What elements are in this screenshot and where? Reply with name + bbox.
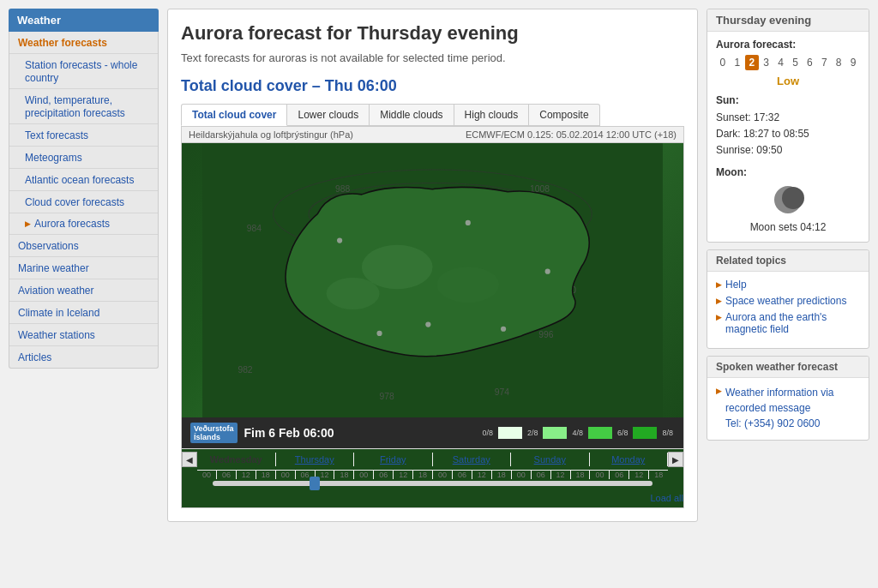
svg-text:978: 978	[380, 392, 394, 401]
sidebar-link-climate[interactable]: Climate in Iceland	[18, 307, 99, 319]
svg-text:984: 984	[247, 224, 262, 233]
scale-block-4	[588, 427, 612, 439]
day-nav-row: ◀ Wednesday Thursday Friday Saturday Sun…	[182, 448, 683, 470]
timeline-label: Fim 6 Feb 06:00	[244, 426, 334, 440]
day-sunday[interactable]: Sunday	[511, 453, 590, 466]
related-topics-box: Related topics Help Space weather predic…	[707, 249, 869, 349]
period-info-box: Thursday evening Aurora forecast: 0 1 2 …	[707, 9, 869, 243]
sidebar-item-observations[interactable]: Observations	[9, 235, 158, 257]
related-title: Related topics	[707, 250, 869, 272]
sun-sunrise: Sunrise: 09:50	[716, 142, 860, 159]
sidebar-item-climate[interactable]: Climate in Iceland	[9, 302, 158, 324]
load-all-row: Load all	[182, 488, 683, 507]
hour-12-1: 12	[237, 471, 256, 479]
aurora-num-6: 6	[803, 55, 816, 70]
day-friday[interactable]: Friday	[354, 453, 433, 466]
sidebar-item-text-forecasts[interactable]: Text forecasts	[9, 124, 158, 147]
svg-point-12	[437, 267, 499, 303]
hour-18-2: 18	[334, 471, 354, 479]
sidebar-link-cloud-cover[interactable]: Cloud cover forecasts	[25, 196, 124, 208]
hour-06-5: 06	[532, 471, 551, 479]
sidebar-link-articles[interactable]: Articles	[18, 351, 51, 363]
hour-00-6: 00	[590, 471, 610, 479]
load-all-link[interactable]: Load all	[650, 493, 683, 503]
logo-box: VeðurstofaÍslands	[190, 423, 238, 443]
day-thursday[interactable]: Thursday	[276, 453, 355, 466]
day-saturday[interactable]: Saturday	[433, 453, 512, 466]
right-panel: Thursday evening Aurora forecast: 0 1 2 …	[707, 9, 869, 522]
hour-18-5: 18	[571, 471, 591, 479]
sidebar-nav: Weather forecasts Station forecasts - wh…	[9, 32, 159, 369]
related-space-link[interactable]: Space weather predictions	[725, 295, 846, 307]
sidebar-link-marine[interactable]: Marine weather	[18, 262, 89, 274]
sidebar-link-weather-forecasts[interactable]: Weather forecasts	[18, 37, 107, 49]
sidebar-item-cloud-cover[interactable]: Cloud cover forecasts	[9, 191, 158, 213]
sidebar-link-aurora[interactable]: Aurora forecasts	[34, 218, 110, 230]
scale-label-8: 8/8	[660, 429, 675, 437]
related-aurora-link[interactable]: Aurora and the earth's magnetic field	[725, 311, 860, 335]
sidebar-item-weather-stations[interactable]: Weather stations	[9, 324, 158, 346]
sidebar-link-wind[interactable]: Wind, temperature, precipitation forecas…	[25, 94, 125, 119]
sidebar-item-meteograms[interactable]: Meteograms	[9, 147, 158, 169]
sidebar-link-station[interactable]: Station forecasts - whole country	[25, 59, 137, 84]
sidebar-link-text[interactable]: Text forecasts	[25, 129, 88, 141]
spoken-title: Spoken weather forecast	[707, 357, 869, 378]
hour-18-4: 18	[492, 471, 512, 479]
sidebar-item-aviation[interactable]: Aviation weather	[9, 279, 158, 302]
related-space-weather[interactable]: Space weather predictions	[716, 295, 860, 307]
hour-06-3: 06	[374, 471, 394, 479]
svg-point-13	[327, 278, 380, 309]
svg-text:988: 988	[335, 184, 350, 194]
sidebar-link-observations[interactable]: Observations	[18, 240, 79, 252]
hour-00-1: 00	[197, 471, 217, 479]
hour-18-6: 18	[649, 471, 668, 479]
sun-sunset: Sunset: 17:32	[716, 110, 860, 126]
spoken-link[interactable]: Weather information via recorded message…	[725, 385, 860, 431]
sidebar-item-atlantic[interactable]: Atlantic ocean forecasts	[9, 169, 158, 191]
tab-high-clouds[interactable]: High clouds	[454, 104, 530, 126]
sidebar-item-station-forecasts[interactable]: Station forecasts - whole country	[9, 54, 158, 89]
related-help[interactable]: Help	[716, 279, 860, 291]
timeline-slider-row	[182, 479, 683, 488]
svg-point-17	[466, 220, 471, 225]
sidebar-link-meteograms[interactable]: Meteograms	[25, 152, 82, 164]
sidebar-item-weather-forecasts[interactable]: Weather forecasts	[9, 32, 158, 54]
aurora-num-2: 2	[745, 55, 759, 70]
spoken-item[interactable]: Weather information via recorded message…	[716, 385, 860, 431]
slider-thumb[interactable]	[310, 477, 320, 490]
nav-next-arrow[interactable]: ▶	[668, 452, 683, 467]
tab-middle-clouds[interactable]: Middle clouds	[370, 104, 454, 126]
aurora-num-3: 3	[760, 55, 773, 70]
timeline-bar: VeðurstofaÍslands Fim 6 Feb 06:00 0/8 2/…	[182, 417, 683, 448]
day-monday[interactable]: Monday	[590, 453, 669, 466]
tab-composite[interactable]: Composite	[529, 104, 599, 126]
nav-prev-arrow[interactable]: ◀	[182, 452, 197, 467]
hour-12-5: 12	[551, 471, 571, 479]
scale-label-4: 4/8	[570, 429, 585, 437]
sidebar-link-atlantic[interactable]: Atlantic ocean forecasts	[25, 174, 134, 186]
hour-00-4: 00	[433, 471, 453, 479]
spoken-tel: Tel: (+354) 902 0600	[725, 417, 820, 429]
map-container: Heildarskýjahula og loftþrýstingur (hPa)…	[181, 126, 684, 508]
sidebar-link-stations[interactable]: Weather stations	[18, 329, 95, 341]
sidebar-item-marine[interactable]: Marine weather	[9, 257, 158, 279]
sidebar-link-aviation[interactable]: Aviation weather	[18, 285, 94, 297]
hour-12-3: 12	[394, 471, 413, 479]
sidebar-item-wind-temp[interactable]: Wind, temperature, precipitation forecas…	[9, 89, 158, 124]
slider-track[interactable]	[213, 481, 652, 486]
iceland-svg: 1008 984 1000 996 982 978 974 988	[182, 143, 683, 417]
sidebar-item-aurora[interactable]: Aurora forecasts	[9, 213, 158, 235]
sidebar-item-articles[interactable]: Articles	[9, 346, 158, 368]
hour-00-2: 00	[276, 471, 296, 479]
related-aurora-earth[interactable]: Aurora and the earth's magnetic field	[716, 311, 860, 335]
aurora-num-5: 5	[789, 55, 803, 70]
related-help-link[interactable]: Help	[725, 279, 747, 291]
day-wednesday[interactable]: Wednesday	[197, 453, 276, 466]
aurora-level: Low	[716, 75, 860, 87]
color-scale: 0/8 2/8 4/8 6/8 8/8	[480, 427, 675, 439]
svg-point-11	[362, 245, 433, 290]
hour-18-1: 18	[256, 471, 276, 479]
main-content: Aurora forecast for Thursday evening Tex…	[167, 9, 698, 522]
tab-lower-clouds[interactable]: Lower clouds	[287, 104, 370, 126]
tab-total-cloud-cover[interactable]: Total cloud cover	[181, 104, 287, 126]
